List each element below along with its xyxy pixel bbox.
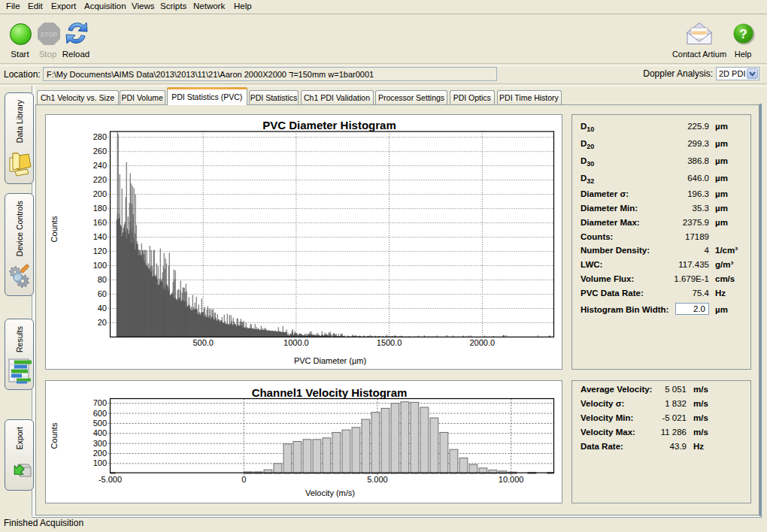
svg-text:100: 100 xyxy=(93,458,107,467)
svg-text:200: 200 xyxy=(93,189,107,198)
svg-text:180: 180 xyxy=(93,204,107,213)
svg-text:10.000: 10.000 xyxy=(499,475,524,484)
svg-text:140: 140 xyxy=(93,232,107,241)
svg-text:STOP: STOP xyxy=(40,30,57,38)
svg-text:400: 400 xyxy=(93,428,107,437)
svg-text:100: 100 xyxy=(93,261,107,270)
svg-text:500: 500 xyxy=(93,418,107,427)
svg-text:1500.0: 1500.0 xyxy=(377,338,402,347)
svg-text:40: 40 xyxy=(98,304,107,313)
svg-text:160: 160 xyxy=(93,218,107,227)
svg-text:200: 200 xyxy=(93,449,107,458)
svg-text:Counts: Counts xyxy=(50,422,59,449)
svg-text:PVC Diameter Histogram: PVC Diameter Histogram xyxy=(262,119,396,131)
svg-text:60: 60 xyxy=(98,289,107,298)
svg-text:240: 240 xyxy=(93,161,107,170)
svg-text:5.000: 5.000 xyxy=(367,475,388,484)
svg-text:280: 280 xyxy=(93,132,107,141)
svg-text:Channel1 Velocity Histogram: Channel1 Velocity Histogram xyxy=(252,385,408,398)
svg-text:500.0: 500.0 xyxy=(193,338,214,347)
svg-text:Velocity (m/s): Velocity (m/s) xyxy=(305,488,355,497)
svg-text:700: 700 xyxy=(93,398,107,407)
svg-text:-5.000: -5.000 xyxy=(99,475,122,484)
svg-text:80: 80 xyxy=(98,275,107,284)
svg-text:PVC Diameter (µm): PVC Diameter (µm) xyxy=(294,356,366,365)
svg-text:Counts: Counts xyxy=(50,216,59,242)
svg-text:300: 300 xyxy=(93,438,107,447)
svg-text:120: 120 xyxy=(93,246,107,255)
svg-text:20: 20 xyxy=(98,318,107,327)
svg-text:260: 260 xyxy=(93,147,107,156)
svg-text:220: 220 xyxy=(93,175,107,184)
svg-text:600: 600 xyxy=(93,408,107,417)
svg-text:1000.0: 1000.0 xyxy=(283,338,309,347)
svg-text:?: ? xyxy=(739,27,747,41)
svg-text:2000.0: 2000.0 xyxy=(469,338,495,347)
svg-text:0: 0 xyxy=(241,475,246,484)
